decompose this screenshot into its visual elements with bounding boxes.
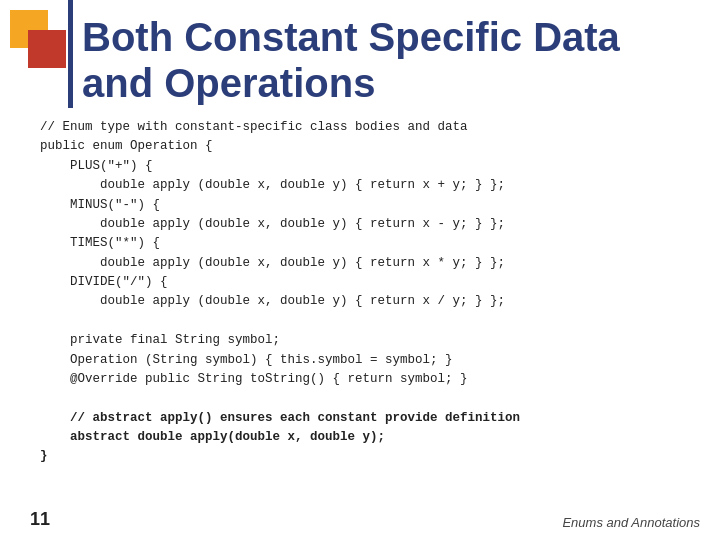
code-line-3: PLUS("+") { [40,157,700,176]
left-accent-bar [68,0,73,108]
page-title: Both Constant Specific Data and Operatio… [82,14,700,106]
code-line-blank2 [40,389,700,408]
red-square [28,30,66,68]
code-line-10: double apply (double x, double y) { retu… [40,292,700,311]
code-line-comment: // abstract apply() ensures each constan… [40,409,700,428]
code-line-close: } [40,447,700,466]
bottom-label: Enums and Annotations [562,515,700,530]
decorative-squares [10,10,70,90]
code-line-7: TIMES("*") { [40,234,700,253]
code-line-9: DIVIDE("/") { [40,273,700,292]
code-line-13: @Override public String toString() { ret… [40,370,700,389]
code-line-2: public enum Operation { [40,137,700,156]
code-line-blank1 [40,312,700,331]
code-line-8: double apply (double x, double y) { retu… [40,254,700,273]
code-line-11: private final String symbol; [40,331,700,350]
code-block: // Enum type with constant-specific clas… [40,118,700,467]
code-line-5: MINUS("-") { [40,196,700,215]
slide-number: 11 [30,509,50,530]
code-line-6: double apply (double x, double y) { retu… [40,215,700,234]
title-block: Both Constant Specific Data and Operatio… [82,14,700,106]
code-line-4: double apply (double x, double y) { retu… [40,176,700,195]
slide: Both Constant Specific Data and Operatio… [0,0,720,540]
code-line-1: // Enum type with constant-specific clas… [40,118,700,137]
code-line-12: Operation (String symbol) { this.symbol … [40,351,700,370]
code-line-abstract: abstract double apply(double x, double y… [40,428,700,447]
